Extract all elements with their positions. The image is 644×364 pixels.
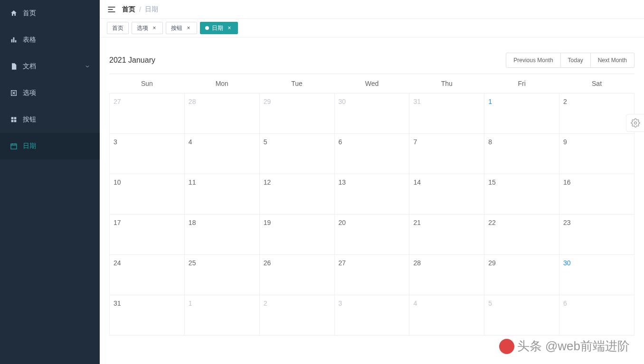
calendar-cell[interactable]: 7 [409,134,484,174]
day-number: 4 [413,299,417,307]
calendar-cell[interactable]: 29 [259,93,334,134]
grid-icon [9,115,18,124]
calendar-cell[interactable]: 4 [409,295,484,336]
sidebar-item-label: 日期 [23,142,90,150]
hamburger-icon[interactable] [107,5,116,14]
next-month-button[interactable]: Next Month [591,53,635,68]
calendar-cell[interactable]: 28 [409,255,484,295]
svg-rect-0 [11,39,13,43]
tab-按钮[interactable]: 按钮× [166,22,197,34]
sidebar-item-checkbox[interactable]: 选项 [0,80,100,106]
weekday-header: Sat [559,74,635,93]
calendar-cell[interactable]: 27 [110,93,185,134]
calendar-cell[interactable]: 20 [334,215,409,255]
day-number: 21 [413,219,421,226]
day-number: 8 [488,138,492,146]
weekday-header: Mon [184,74,259,93]
calendar-cell[interactable]: 13 [334,174,409,215]
day-number: 2 [264,299,267,307]
calendar-cell[interactable]: 3 [334,295,409,336]
calendar-cell[interactable]: 10 [110,174,185,215]
calendar-cell[interactable]: 17 [110,215,185,255]
active-dot-icon [205,26,209,30]
tab-首页[interactable]: 首页 [107,22,129,34]
calendar-table: SunMonTueWedThuFriSat 272829303112345678… [109,74,635,336]
calendar-cell[interactable]: 8 [484,134,559,174]
calendar-cell[interactable]: 5 [484,295,559,336]
day-number: 31 [413,98,421,105]
tabs-bar: 首页选项×按钮×日期× [100,19,644,37]
tab-日期[interactable]: 日期× [200,22,238,34]
day-number: 18 [189,219,196,226]
calendar-cell[interactable]: 27 [334,255,409,295]
day-number: 19 [264,219,271,226]
calendar-cell[interactable]: 18 [184,215,259,255]
tab-选项[interactable]: 选项× [132,22,163,34]
day-number: 6 [563,299,567,307]
breadcrumb-home[interactable]: 首页 [122,5,135,14]
checkbox-icon [9,89,18,97]
weekday-header: Fri [484,74,559,93]
day-number: 1 [488,98,492,105]
calendar-cell[interactable]: 9 [559,134,635,174]
calendar-cell[interactable]: 6 [334,134,409,174]
day-number: 27 [339,259,346,267]
day-number: 22 [488,219,496,226]
calendar-cell[interactable]: 11 [184,174,259,215]
calendar-cell[interactable]: 19 [259,215,334,255]
calendar-cell[interactable]: 21 [409,215,484,255]
sidebar-item-home[interactable]: 首页 [0,0,100,27]
svg-rect-8 [11,144,17,149]
calendar-cell[interactable]: 1 [484,93,559,134]
calendar-cell[interactable]: 2 [259,295,334,336]
calendar-title: 2021 January [109,56,155,65]
calendar-cell[interactable]: 24 [110,255,185,295]
sidebar-item-label: 按钮 [23,115,90,124]
doc-icon [9,62,18,71]
day-number: 28 [189,98,196,105]
calendar-cell[interactable]: 3 [110,134,185,174]
sidebar-item-chart[interactable]: 表格 [0,27,100,53]
day-number: 29 [264,98,271,105]
settings-button[interactable] [626,114,644,132]
calendar-cell[interactable]: 15 [484,174,559,215]
calendar-cell[interactable]: 12 [259,174,334,215]
calendar-cell[interactable]: 29 [484,255,559,295]
calendar-cell[interactable]: 30 [559,255,635,295]
chevron-down-icon [85,64,90,69]
tab-label: 首页 [112,24,123,32]
tab-label: 按钮 [171,24,182,32]
day-number: 23 [563,219,571,226]
home-icon [9,9,18,18]
day-number: 7 [413,138,417,146]
calendar-cell[interactable]: 22 [484,215,559,255]
day-number: 13 [339,178,346,186]
weekday-header: Wed [334,74,409,93]
prev-month-button[interactable]: Previous Month [506,53,560,68]
calendar-cell[interactable]: 2 [559,93,635,134]
calendar-cell[interactable]: 25 [184,255,259,295]
calendar-cell[interactable]: 4 [184,134,259,174]
calendar-cell[interactable]: 30 [334,93,409,134]
calendar-cell[interactable]: 16 [559,174,635,215]
sidebar-item-grid[interactable]: 按钮 [0,106,100,133]
breadcrumb-current: 日期 [145,5,158,14]
day-number: 10 [114,178,121,186]
calendar-cell[interactable]: 31 [409,93,484,134]
calendar-cell[interactable]: 28 [184,93,259,134]
calendar-cell[interactable]: 31 [110,295,185,336]
today-button[interactable]: Today [561,53,591,68]
calendar-cell[interactable]: 23 [559,215,635,255]
sidebar-item-doc[interactable]: 文档 [0,53,100,80]
calendar-cell[interactable]: 14 [409,174,484,215]
calendar-cell[interactable]: 6 [559,295,635,336]
calendar-cell[interactable]: 26 [259,255,334,295]
close-icon[interactable]: × [185,25,192,31]
day-number: 20 [339,219,346,226]
close-icon[interactable]: × [151,25,158,31]
calendar-cell[interactable]: 5 [259,134,334,174]
svg-rect-1 [13,37,15,43]
sidebar-item-calendar[interactable]: 日期 [0,133,100,159]
close-icon[interactable]: × [226,25,233,31]
calendar-cell[interactable]: 1 [184,295,259,336]
